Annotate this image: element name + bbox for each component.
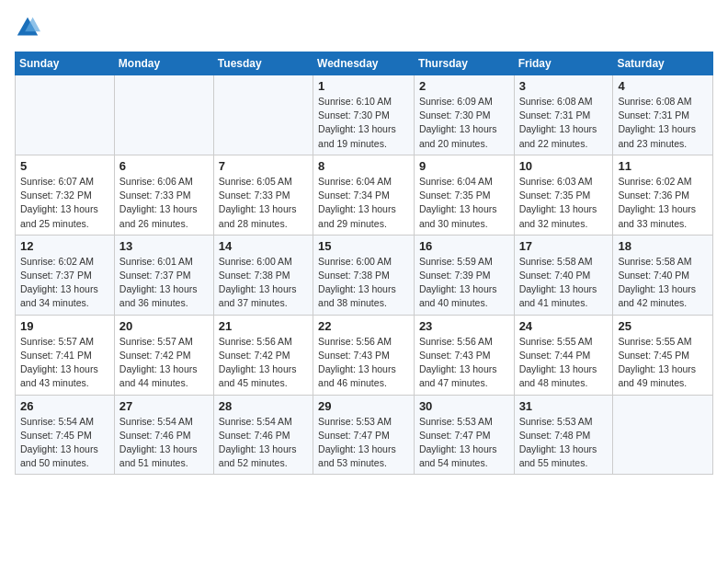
day-number: 12 xyxy=(20,239,109,253)
weekday-header-friday: Friday xyxy=(514,52,613,75)
day-info: Sunrise: 6:03 AMSunset: 7:35 PMDaylight:… xyxy=(519,175,609,231)
day-number: 27 xyxy=(119,399,209,413)
calendar-cell: 22Sunrise: 5:56 AMSunset: 7:43 PMDayligh… xyxy=(313,315,415,395)
calendar-cell: 3Sunrise: 6:08 AMSunset: 7:31 PMDaylight… xyxy=(514,75,613,155)
calendar-cell: 20Sunrise: 5:57 AMSunset: 7:42 PMDayligh… xyxy=(114,315,213,395)
day-number: 3 xyxy=(519,79,609,93)
day-number: 6 xyxy=(119,159,209,173)
calendar-cell: 23Sunrise: 5:56 AMSunset: 7:43 PMDayligh… xyxy=(414,315,514,395)
calendar-cell: 25Sunrise: 5:55 AMSunset: 7:45 PMDayligh… xyxy=(613,315,713,395)
day-number: 7 xyxy=(219,159,308,173)
calendar-cell: 9Sunrise: 6:04 AMSunset: 7:35 PMDaylight… xyxy=(414,155,514,235)
day-number: 21 xyxy=(219,319,308,333)
day-number: 5 xyxy=(20,159,109,173)
day-info: Sunrise: 5:57 AMSunset: 7:42 PMDaylight:… xyxy=(119,335,209,391)
day-info: Sunrise: 6:05 AMSunset: 7:33 PMDaylight:… xyxy=(219,175,308,231)
calendar-cell: 27Sunrise: 5:54 AMSunset: 7:46 PMDayligh… xyxy=(114,395,213,475)
weekday-header-saturday: Saturday xyxy=(613,52,713,75)
calendar-week-3: 12Sunrise: 6:02 AMSunset: 7:37 PMDayligh… xyxy=(16,235,713,315)
calendar-week-1: 1Sunrise: 6:10 AMSunset: 7:30 PMDaylight… xyxy=(16,75,713,155)
calendar-cell: 29Sunrise: 5:53 AMSunset: 7:47 PMDayligh… xyxy=(313,395,415,475)
calendar-cell: 6Sunrise: 6:06 AMSunset: 7:33 PMDaylight… xyxy=(114,155,213,235)
calendar-cell xyxy=(613,395,713,475)
weekday-header-monday: Monday xyxy=(114,52,213,75)
day-info: Sunrise: 5:53 AMSunset: 7:48 PMDaylight:… xyxy=(519,415,609,471)
day-info: Sunrise: 5:56 AMSunset: 7:43 PMDaylight:… xyxy=(318,335,409,391)
calendar-header-row: SundayMondayTuesdayWednesdayThursdayFrid… xyxy=(16,52,713,75)
day-number: 19 xyxy=(20,319,109,333)
calendar-cell xyxy=(114,75,213,155)
day-info: Sunrise: 6:06 AMSunset: 7:33 PMDaylight:… xyxy=(119,175,209,231)
day-number: 9 xyxy=(419,159,509,173)
calendar-cell: 1Sunrise: 6:10 AMSunset: 7:30 PMDaylight… xyxy=(313,75,415,155)
calendar-week-4: 19Sunrise: 5:57 AMSunset: 7:41 PMDayligh… xyxy=(16,315,713,395)
day-number: 15 xyxy=(318,239,409,253)
day-info: Sunrise: 6:00 AMSunset: 7:38 PMDaylight:… xyxy=(318,255,409,311)
day-info: Sunrise: 5:56 AMSunset: 7:42 PMDaylight:… xyxy=(219,335,308,391)
calendar-cell: 19Sunrise: 5:57 AMSunset: 7:41 PMDayligh… xyxy=(16,315,115,395)
day-info: Sunrise: 6:00 AMSunset: 7:38 PMDaylight:… xyxy=(219,255,308,311)
calendar-cell: 4Sunrise: 6:08 AMSunset: 7:31 PMDaylight… xyxy=(613,75,713,155)
calendar-cell: 10Sunrise: 6:03 AMSunset: 7:35 PMDayligh… xyxy=(514,155,613,235)
day-info: Sunrise: 6:08 AMSunset: 7:31 PMDaylight:… xyxy=(519,95,609,151)
calendar-cell: 17Sunrise: 5:58 AMSunset: 7:40 PMDayligh… xyxy=(514,235,613,315)
day-number: 23 xyxy=(419,319,509,333)
day-number: 24 xyxy=(519,319,609,333)
day-info: Sunrise: 5:56 AMSunset: 7:43 PMDaylight:… xyxy=(419,335,509,391)
day-number: 8 xyxy=(318,159,409,173)
calendar-cell: 2Sunrise: 6:09 AMSunset: 7:30 PMDaylight… xyxy=(414,75,514,155)
calendar-cell: 26Sunrise: 5:54 AMSunset: 7:45 PMDayligh… xyxy=(16,395,115,475)
day-number: 4 xyxy=(618,79,708,93)
day-number: 1 xyxy=(318,79,409,93)
day-info: Sunrise: 5:55 AMSunset: 7:45 PMDaylight:… xyxy=(618,335,708,391)
calendar-cell: 30Sunrise: 5:53 AMSunset: 7:47 PMDayligh… xyxy=(414,395,514,475)
day-number: 16 xyxy=(419,239,509,253)
day-info: Sunrise: 6:09 AMSunset: 7:30 PMDaylight:… xyxy=(419,95,509,151)
calendar-cell xyxy=(213,75,313,155)
calendar-cell xyxy=(16,75,115,155)
day-info: Sunrise: 5:54 AMSunset: 7:46 PMDaylight:… xyxy=(119,415,209,471)
day-info: Sunrise: 5:53 AMSunset: 7:47 PMDaylight:… xyxy=(419,415,509,471)
day-info: Sunrise: 5:54 AMSunset: 7:46 PMDaylight:… xyxy=(219,415,308,471)
calendar-cell: 5Sunrise: 6:07 AMSunset: 7:32 PMDaylight… xyxy=(16,155,115,235)
calendar-cell: 7Sunrise: 6:05 AMSunset: 7:33 PMDaylight… xyxy=(213,155,313,235)
day-number: 25 xyxy=(618,319,708,333)
day-number: 13 xyxy=(119,239,209,253)
day-info: Sunrise: 5:58 AMSunset: 7:40 PMDaylight:… xyxy=(618,255,708,311)
day-info: Sunrise: 6:02 AMSunset: 7:37 PMDaylight:… xyxy=(20,255,109,311)
calendar-cell: 18Sunrise: 5:58 AMSunset: 7:40 PMDayligh… xyxy=(613,235,713,315)
calendar-cell: 24Sunrise: 5:55 AMSunset: 7:44 PMDayligh… xyxy=(514,315,613,395)
calendar-cell: 11Sunrise: 6:02 AMSunset: 7:36 PMDayligh… xyxy=(613,155,713,235)
weekday-header-wednesday: Wednesday xyxy=(313,52,415,75)
day-info: Sunrise: 6:04 AMSunset: 7:35 PMDaylight:… xyxy=(419,175,509,231)
day-number: 31 xyxy=(519,399,609,413)
calendar-cell: 12Sunrise: 6:02 AMSunset: 7:37 PMDayligh… xyxy=(16,235,115,315)
calendar-week-2: 5Sunrise: 6:07 AMSunset: 7:32 PMDaylight… xyxy=(16,155,713,235)
logo xyxy=(15,15,44,40)
day-number: 26 xyxy=(20,399,109,413)
day-number: 17 xyxy=(519,239,609,253)
day-number: 2 xyxy=(419,79,509,93)
day-info: Sunrise: 6:04 AMSunset: 7:34 PMDaylight:… xyxy=(318,175,409,231)
calendar-cell: 14Sunrise: 6:00 AMSunset: 7:38 PMDayligh… xyxy=(213,235,313,315)
day-info: Sunrise: 6:10 AMSunset: 7:30 PMDaylight:… xyxy=(318,95,409,151)
day-number: 10 xyxy=(519,159,609,173)
weekday-header-sunday: Sunday xyxy=(16,52,115,75)
day-info: Sunrise: 6:02 AMSunset: 7:36 PMDaylight:… xyxy=(618,175,708,231)
calendar-table: SundayMondayTuesdayWednesdayThursdayFrid… xyxy=(15,52,713,475)
day-info: Sunrise: 5:55 AMSunset: 7:44 PMDaylight:… xyxy=(519,335,609,391)
calendar-cell: 15Sunrise: 6:00 AMSunset: 7:38 PMDayligh… xyxy=(313,235,415,315)
calendar-cell: 8Sunrise: 6:04 AMSunset: 7:34 PMDaylight… xyxy=(313,155,415,235)
calendar-cell: 16Sunrise: 5:59 AMSunset: 7:39 PMDayligh… xyxy=(414,235,514,315)
page-header xyxy=(15,15,713,40)
day-number: 22 xyxy=(318,319,409,333)
day-info: Sunrise: 6:07 AMSunset: 7:32 PMDaylight:… xyxy=(20,175,109,231)
day-number: 29 xyxy=(318,399,409,413)
day-number: 20 xyxy=(119,319,209,333)
day-number: 11 xyxy=(618,159,708,173)
day-info: Sunrise: 5:57 AMSunset: 7:41 PMDaylight:… xyxy=(20,335,109,391)
calendar-cell: 13Sunrise: 6:01 AMSunset: 7:37 PMDayligh… xyxy=(114,235,213,315)
day-info: Sunrise: 5:54 AMSunset: 7:45 PMDaylight:… xyxy=(20,415,109,471)
weekday-header-thursday: Thursday xyxy=(414,52,514,75)
calendar-cell: 31Sunrise: 5:53 AMSunset: 7:48 PMDayligh… xyxy=(514,395,613,475)
